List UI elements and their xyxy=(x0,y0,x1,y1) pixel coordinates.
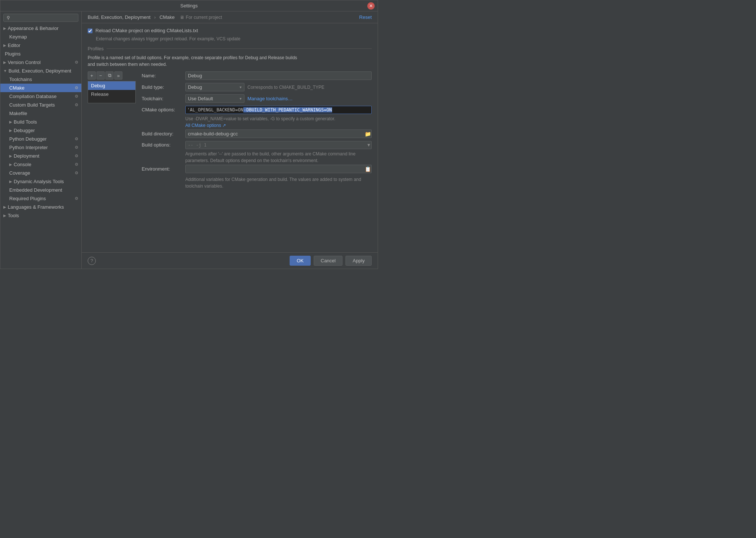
search-input[interactable] xyxy=(11,15,75,20)
cmake-options-field[interactable]: 'AL_OPENGL_BACKEND=ON -DBUILD_WITH_PEDAN… xyxy=(185,106,372,114)
sidebar-item-editor[interactable]: ▶ Editor xyxy=(0,41,81,50)
cmake-options-highlighted-text: -DBUILD_WITH_PEDANTIC_WARNINGS=ON xyxy=(243,107,332,112)
chevron-right-icon: ▶ xyxy=(9,128,12,132)
sidebar-item-label: CMake xyxy=(9,85,24,91)
build-options-expand-button[interactable]: ▼ xyxy=(367,142,371,148)
build-options-row: Build options: ▼ xyxy=(142,141,372,149)
apply-button[interactable]: Apply xyxy=(345,256,372,266)
toolchain-row: Toolchain: Use Default Manage toolchains… xyxy=(142,94,372,103)
breadcrumb-cmake: CMake xyxy=(159,14,175,20)
build-options-label: Build options: xyxy=(142,141,182,148)
sidebar-item-label: Toolchains xyxy=(9,77,32,82)
reload-cmake-hint: External changes always trigger project … xyxy=(96,36,372,41)
sidebar-item-label: Debugger xyxy=(14,128,35,133)
settings-icon: ⚙ xyxy=(75,162,78,167)
settings-icon: ⚙ xyxy=(75,102,78,107)
sidebar-item-label: Keymap xyxy=(9,34,27,40)
build-type-select[interactable]: Debug Release RelWithDebInfo MinSizeRel xyxy=(185,83,244,91)
content-header: Build, Execution, Deployment › CMake 🖥 F… xyxy=(82,11,378,23)
cancel-button[interactable]: Cancel xyxy=(314,256,342,266)
sidebar-item-plugins[interactable]: Plugins xyxy=(0,50,81,58)
sidebar-item-required-plugins[interactable]: Required Plugins ⚙ xyxy=(0,194,81,203)
build-dir-label: Build directory: xyxy=(142,131,182,137)
profiles-layout: + − ⧉ » Debug Release xyxy=(88,71,372,190)
search-box[interactable]: ⚲ xyxy=(3,14,78,22)
close-button[interactable]: ✕ xyxy=(367,2,375,10)
profiles-section-title: Profiles xyxy=(88,46,372,51)
add-profile-button[interactable]: + xyxy=(88,71,96,80)
reload-cmake-row: Reload CMake project on editing CMakeLis… xyxy=(88,28,372,33)
reset-button[interactable]: Reset xyxy=(359,14,372,20)
sidebar-item-python-interpreter[interactable]: Python Interpreter ⚙ xyxy=(0,143,81,152)
sidebar-item-label: Version Control xyxy=(8,60,41,65)
sidebar-item-label: Console xyxy=(14,162,31,167)
sidebar-item-dynamic-analysis[interactable]: ▶ Dynamic Analysis Tools xyxy=(0,177,81,186)
content-area: Build, Execution, Deployment › CMake 🖥 F… xyxy=(82,11,378,269)
sidebar-item-toolchains[interactable]: Toolchains xyxy=(0,75,81,84)
copy-profile-button[interactable]: ⧉ xyxy=(105,71,114,80)
chevron-right-icon: ▶ xyxy=(3,213,6,218)
chevron-right-icon: ▶ xyxy=(3,60,6,64)
sidebar-item-label: Embedded Development xyxy=(9,187,62,193)
build-type-select-wrapper: Debug Release RelWithDebInfo MinSizeRel xyxy=(185,83,244,91)
all-cmake-options-link[interactable]: All CMake options ↗ xyxy=(185,123,226,128)
build-dir-input[interactable] xyxy=(185,130,372,138)
name-input[interactable] xyxy=(185,71,372,80)
sidebar-item-label: Plugins xyxy=(5,51,21,57)
toolchain-label: Toolchain: xyxy=(142,96,182,101)
remove-profile-button[interactable]: − xyxy=(97,71,105,80)
profiles-right-panel: Name: Build type: Debug Release xyxy=(136,71,372,190)
sidebar-item-keymap[interactable]: Keymap xyxy=(0,33,81,41)
sidebar-item-python-debugger[interactable]: Python Debugger ⚙ xyxy=(0,135,81,143)
cmake-options-label: CMake options: xyxy=(142,106,182,112)
more-profile-button[interactable]: » xyxy=(114,71,122,80)
sidebar-item-cmake[interactable]: CMake ⚙ xyxy=(0,84,81,92)
sidebar-item-appearance[interactable]: ▶ Appearance & Behavior xyxy=(0,24,81,33)
sidebar-item-coverage[interactable]: Coverage ⚙ xyxy=(0,169,81,177)
sidebar-item-custom-build[interactable]: Custom Build Targets ⚙ xyxy=(0,101,81,109)
help-button[interactable]: ? xyxy=(88,257,96,265)
build-type-hint: Corresponds to CMAKE_BUILD_TYPE xyxy=(247,85,324,90)
profile-item-release[interactable]: Release xyxy=(88,90,135,98)
chevron-right-icon: ▶ xyxy=(9,154,12,158)
manage-toolchains-link[interactable]: Manage toolchains… xyxy=(247,96,293,101)
reload-cmake-checkbox[interactable] xyxy=(88,28,92,33)
sidebar-item-console[interactable]: ▶ Console ⚙ xyxy=(0,160,81,169)
profile-list: Debug Release xyxy=(88,81,136,103)
profiles-left-panel: + − ⧉ » Debug Release xyxy=(88,71,136,190)
cmake-options-normal-text: 'AL_OPENGL_BACKEND=ON xyxy=(187,107,243,112)
sidebar-item-build-exec-deploy[interactable]: ▼ Build, Execution, Deployment xyxy=(0,67,81,75)
settings-icon: ⚙ xyxy=(75,137,78,141)
reload-cmake-label[interactable]: Reload CMake project on editing CMakeLis… xyxy=(95,28,198,33)
sidebar-item-compilation-db[interactable]: Compilation Database ⚙ xyxy=(0,92,81,101)
title-bar: Settings ✕ xyxy=(0,0,378,11)
sidebar-item-embedded-dev[interactable]: Embedded Development xyxy=(0,186,81,194)
sidebar-item-label: Required Plugins xyxy=(9,196,46,201)
sidebar-item-languages[interactable]: ▶ Languages & Frameworks xyxy=(0,203,81,211)
sidebar-item-label: Languages & Frameworks xyxy=(8,204,64,210)
environment-browse-button[interactable]: 📋 xyxy=(365,166,371,172)
sidebar-item-label: Makefile xyxy=(9,111,27,116)
sidebar-item-debugger[interactable]: ▶ Debugger xyxy=(0,126,81,135)
chevron-right-icon: ▶ xyxy=(9,162,12,167)
sidebar-item-makefile[interactable]: Makefile xyxy=(0,109,81,118)
profile-item-debug[interactable]: Debug xyxy=(88,81,135,90)
build-options-input[interactable] xyxy=(185,141,372,149)
toolchain-select[interactable]: Use Default xyxy=(185,94,244,103)
ok-button[interactable]: OK xyxy=(290,256,311,266)
sidebar-item-build-tools[interactable]: ▶ Build Tools xyxy=(0,118,81,126)
profiles-description: Profile is a named set of build options.… xyxy=(88,54,372,68)
sidebar-item-version-control[interactable]: ▶ Version Control ⚙ xyxy=(0,58,81,67)
settings-icon: ⚙ xyxy=(75,154,78,158)
sidebar-item-tools[interactable]: ▶ Tools xyxy=(0,211,81,220)
environment-input[interactable] xyxy=(185,165,372,173)
settings-icon: ⚙ xyxy=(75,171,78,175)
sidebar-item-label: Build, Execution, Deployment xyxy=(9,68,71,74)
content-body: Reload CMake project on editing CMakeLis… xyxy=(82,23,378,252)
sidebar-item-deployment[interactable]: ▶ Deployment ⚙ xyxy=(0,152,81,160)
cmake-hint: Use -DVAR_NAME=value to set variables, -… xyxy=(185,115,372,129)
settings-icon: ⚙ xyxy=(75,85,78,90)
settings-icon: ⚙ xyxy=(75,60,78,65)
sidebar-item-label: Tools xyxy=(8,213,19,218)
build-dir-browse-button[interactable]: 📁 xyxy=(365,131,371,137)
